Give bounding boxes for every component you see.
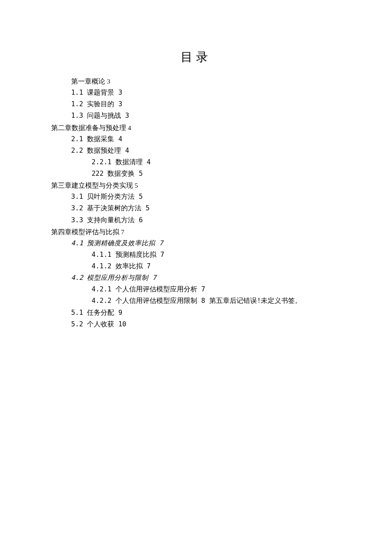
- toc-entry: 1.3 问题与挑战 3: [51, 110, 392, 122]
- toc-entry: 4.2.1 个人信用评估模型应用分析 7: [51, 284, 392, 295]
- toc-entry: 2.2.1 数据清理 4: [51, 157, 392, 168]
- toc-entry: 4.2 模型应用分析与限制 7: [51, 272, 392, 284]
- toc-entry: 2.2 数据预处理 4: [51, 145, 392, 157]
- toc-entry: 第三章建立模型与分类实现 5: [51, 180, 392, 191]
- table-of-contents: 第一章概论 3 1.1 课题背景 3 1.2 实验目的 3 1.3 问题与挑战 …: [0, 76, 392, 330]
- toc-entry: 2.1 数据采集 4: [51, 134, 392, 145]
- toc-entry: 4.1.2 效率比拟 7: [51, 261, 392, 272]
- toc-entry: 5.1 任务分配 9: [51, 307, 392, 319]
- page-title: 目录: [0, 49, 392, 65]
- toc-entry: 第二章数据准备与预处理 4: [51, 122, 392, 134]
- toc-entry: 222 数据变换 5: [51, 168, 392, 180]
- toc-entry: 3.2 基于决策树的方法 5: [51, 203, 392, 214]
- toc-entry: 1.1 课题背景 3: [51, 87, 392, 99]
- toc-entry: 第一章概论 3: [51, 76, 392, 87]
- toc-entry: 4.1 预测精确度及效率比拟 7: [51, 238, 392, 249]
- toc-entry: 3.3 支持向量机方法 6: [51, 215, 392, 226]
- toc-entry: 4.1.1 预测精度比拟 7: [51, 249, 392, 261]
- toc-entry: 5.2 个人收获 10: [51, 319, 392, 330]
- toc-entry: 3.1 贝叶斯分类方法 5: [51, 191, 392, 203]
- toc-entry: 第四章模型评估与比拟 7: [51, 226, 392, 238]
- toc-entry: 4.2.2 个人信用评估模型应用限制 8 第五章后记错误!未定义书签。: [51, 295, 392, 307]
- toc-entry: 1.2 实验目的 3: [51, 99, 392, 110]
